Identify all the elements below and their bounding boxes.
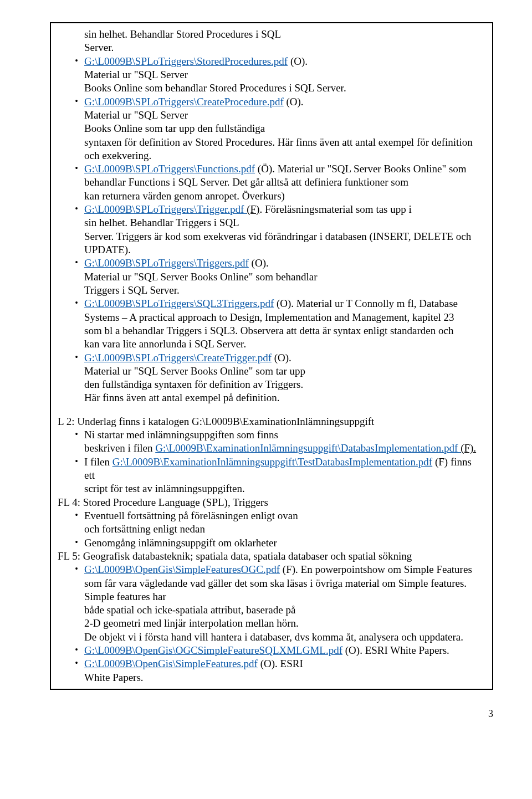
bullet-icon: •: [58, 657, 84, 669]
file-link[interactable]: G:\L0009B\SPLoTriggers\CreateTrigger.pdf: [84, 352, 272, 363]
link-suffix: (F) finns: [432, 456, 472, 468]
list-item: •G:\L0009B\OpenGis\SimpleFeaturesOGC.pdf…: [58, 563, 487, 644]
link-suffix: (O).: [288, 55, 308, 67]
file-link[interactable]: G:\L0009B\ExaminationInlämningsuppgift\T…: [112, 456, 433, 468]
list-item-text: I filen G:\L0009B\ExaminationInlämningsu…: [84, 455, 487, 496]
list-item: •G:\L0009B\OpenGis\OGCSimpleFeatureSQLXM…: [58, 644, 487, 657]
list-item: •Ni startar med inlämningsuppgiften som …: [58, 428, 487, 455]
link-suffix: (O). ESRI White Papers.: [342, 644, 449, 656]
list-item-text: G:\L0009B\SPLoTriggers\Trigger.pdf (F). …: [84, 203, 487, 257]
list-item-text: G:\L0009B\SPLoTriggers\Functions.pdf (Ö)…: [84, 162, 487, 203]
link-suffix: (O). ESRI: [258, 658, 303, 669]
bullet-icon: •: [58, 297, 84, 309]
list-item: •G:\L0009B\SPLoTriggers\StoredProcedures…: [58, 55, 487, 95]
list-item: •G:\L0009B\SPLoTriggers\CreateTrigger.pd…: [58, 351, 487, 405]
intro-line: Server.: [84, 42, 114, 53]
page-number: 3: [50, 708, 493, 720]
section-heading-fl5: FL 5: Geografisk databasteknik; spatiala…: [58, 550, 487, 563]
file-link[interactable]: G:\L0009B\SPLoTriggers\StoredProcedures.…: [84, 55, 288, 67]
continuation-text: sin helhet. Behandlar Stored Procedures …: [58, 28, 487, 55]
file-link[interactable]: G:\L0009B\SPLoTriggers\SQL3Triggers.pdf: [84, 298, 274, 309]
link-suffix: (O).: [249, 257, 269, 269]
bullet-icon: •: [58, 509, 84, 521]
list-item: •G:\L0009B\SPLoTriggers\Functions.pdf (Ö…: [58, 162, 487, 203]
file-link[interactable]: G:\L0009B\SPLoTriggers\CreateProcedure.p…: [84, 96, 284, 107]
list-item-text: G:\L0009B\SPLoTriggers\CreateTrigger.pdf…: [84, 351, 487, 405]
list-item-text: G:\L0009B\SPLoTriggers\Triggers.pdf (O).…: [84, 257, 487, 297]
bullet-icon: •: [58, 428, 84, 441]
list-item-text: G:\L0009B\OpenGis\SimpleFeatures.pdf (O)…: [84, 657, 487, 684]
bullet-icon: •: [58, 536, 84, 549]
document-frame: sin helhet. Behandlar Stored Procedures …: [50, 22, 493, 690]
list-item: •G:\L0009B\SPLoTriggers\Triggers.pdf (O)…: [58, 257, 487, 297]
list-item: •Genomgång inlämningsuppgift om oklarhet…: [58, 536, 487, 550]
bullet-icon: •: [58, 257, 84, 269]
list-item-text: Ni startar med inlämningsuppgiften som f…: [84, 428, 487, 455]
bullet-icon: •: [58, 162, 84, 175]
main-list: •G:\L0009B\SPLoTriggers\StoredProcedures…: [58, 55, 487, 405]
file-link[interactable]: G:\L0009B\OpenGis\SimpleFeatures.pdf: [84, 658, 258, 669]
list-item-text: G:\L0009B\SPLoTriggers\CreateProcedure.p…: [84, 95, 487, 163]
list-item: •G:\L0009B\SPLoTriggers\SQL3Triggers.pdf…: [58, 297, 487, 351]
l2-list: •Ni startar med inlämningsuppgiften som …: [58, 428, 487, 496]
list-item: •G:\L0009B\SPLoTriggers\Trigger.pdf (F).…: [58, 203, 487, 257]
list-item-text: G:\L0009B\SPLoTriggers\SQL3Triggers.pdf …: [84, 297, 487, 351]
link-suffix: (F): [247, 203, 259, 215]
link-suffix: (O).: [272, 352, 291, 363]
link-suffix: (O).: [284, 96, 304, 107]
bullet-icon: •: [58, 644, 84, 656]
bullet-icon: •: [58, 55, 84, 67]
section-heading-l2: L 2: Underlag finns i katalogen G:\L0009…: [58, 415, 487, 428]
list-item-text: Eventuell fortsättning på föreläsningen …: [84, 509, 487, 536]
list-item: •I filen G:\L0009B\ExaminationInlämnings…: [58, 455, 487, 496]
bullet-icon: •: [58, 351, 84, 363]
list-item: •G:\L0009B\SPLoTriggers\CreateProcedure.…: [58, 95, 487, 163]
file-link[interactable]: G:\L0009B\ExaminationInlämningsuppgift\D…: [155, 442, 461, 454]
list-item: •G:\L0009B\OpenGis\SimpleFeatures.pdf (O…: [58, 657, 487, 684]
file-link[interactable]: G:\L0009B\SPLoTriggers\Triggers.pdf: [84, 257, 249, 269]
link-suffix: (F).: [461, 442, 476, 454]
file-link[interactable]: G:\L0009B\OpenGis\SimpleFeaturesOGC.pdf: [84, 564, 280, 575]
bullet-icon: •: [58, 95, 84, 107]
bullet-icon: •: [58, 203, 84, 215]
list-item: •Eventuell fortsättning på föreläsningen…: [58, 509, 487, 536]
intro-line: sin helhet. Behandlar Stored Procedures …: [84, 28, 281, 40]
section-heading-fl4: FL 4: Stored Procedure Language (SPL), T…: [58, 496, 487, 509]
bullet-icon: •: [58, 563, 84, 575]
fl5-list: •G:\L0009B\OpenGis\SimpleFeaturesOGC.pdf…: [58, 563, 487, 684]
list-item-text: G:\L0009B\OpenGis\SimpleFeaturesOGC.pdf …: [84, 563, 487, 644]
bullet-icon: •: [58, 455, 84, 468]
link-suffix: (Ö). Material ur "SQL Server Books Onlin…: [255, 163, 467, 175]
file-link[interactable]: G:\L0009B\SPLoTriggers\Trigger.pdf: [84, 203, 247, 215]
link-suffix: (F). En powerpointshow om Simple Feature…: [280, 564, 472, 575]
link-suffix: (O). Material ur T Connolly m fl, Databa…: [274, 298, 458, 309]
list-item-text: Genomgång inlämningsuppgift om oklarhete…: [84, 536, 487, 550]
list-item-text: G:\L0009B\SPLoTriggers\StoredProcedures.…: [84, 55, 487, 95]
post-text: . Föreläsningsmaterial som tas upp i: [259, 203, 411, 215]
list-item-text: G:\L0009B\OpenGis\OGCSimpleFeatureSQLXML…: [84, 644, 487, 657]
file-link[interactable]: G:\L0009B\SPLoTriggers\Functions.pdf: [84, 163, 255, 175]
file-link[interactable]: G:\L0009B\OpenGis\OGCSimpleFeatureSQLXML…: [84, 644, 342, 656]
fl4-list: •Eventuell fortsättning på föreläsningen…: [58, 509, 487, 550]
